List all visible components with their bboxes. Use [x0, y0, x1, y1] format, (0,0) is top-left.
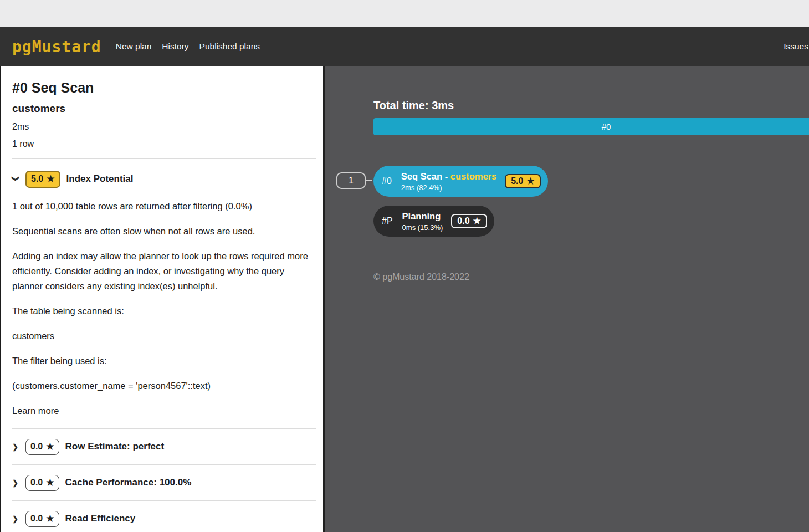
node-operation-name: Seq Scan - customers — [401, 171, 496, 182]
node-operation-name: Planning — [402, 211, 443, 222]
row-count-label: 1 — [349, 176, 354, 186]
plan-node-row: #P Planning 0ms (15.3%) 0.0 ★ — [373, 206, 809, 237]
tip-title: Row Estimate: perfect — [65, 441, 165, 452]
copyright-footer: © pgMustard 2018-2022 — [373, 272, 809, 282]
nav-item-issues[interactable]: Issues — [784, 42, 809, 52]
tip-header-cache-performance[interactable]: ❯ 0.0 ★ Cache Performance: 100.0% — [12, 465, 313, 500]
window-background-strip — [0, 0, 809, 27]
node-table-name: customers — [450, 171, 496, 181]
tip-paragraph: The table being scanned is: — [12, 304, 311, 319]
node-score-badge: 5.0 ★ — [505, 174, 541, 188]
total-time-label: Total time: 3ms — [373, 99, 809, 112]
learn-more-link[interactable]: Learn more — [12, 403, 59, 418]
tip-title: Index Potential — [66, 173, 134, 185]
node-table-name: customers — [12, 102, 313, 115]
chevron-right-icon: ❯ — [12, 443, 19, 451]
node-time: 2ms — [12, 121, 313, 132]
chevron-right-icon: ❯ — [12, 515, 19, 523]
score-badge: 0.0 ★ — [25, 439, 59, 455]
tip-header-read-efficiency[interactable]: ❯ 0.0 ★ Read Efficiency — [12, 501, 313, 532]
tip-filter-expression: (customers.customer_name = 'person4567':… — [12, 378, 311, 393]
node-row-count: 1 row — [12, 138, 313, 150]
tip-scanned-table: customers — [12, 329, 311, 344]
score-value: 0.0 — [30, 440, 43, 453]
node-stats: 2ms (82.4%) — [401, 183, 496, 192]
score-badge: 0.0 ★ — [25, 475, 59, 491]
node-text: Planning 0ms (15.3%) — [402, 211, 443, 232]
pgmustard-logo[interactable]: pgMustard — [12, 38, 101, 56]
chevron-down-icon: ❯ — [12, 176, 20, 183]
score-value: 5.0 — [511, 176, 523, 186]
divider — [12, 158, 316, 159]
score-value: 5.0 — [31, 172, 43, 186]
nav-item-history[interactable]: History — [162, 42, 188, 52]
timeline-bar-label: #0 — [602, 122, 611, 131]
plan-node-planning[interactable]: #P Planning 0ms (15.3%) 0.0 ★ — [373, 206, 494, 237]
score-value: 0.0 — [457, 216, 469, 226]
star-icon: ★ — [526, 176, 534, 186]
chevron-right-icon: ❯ — [12, 479, 19, 487]
tip-paragraph: 1 out of 10,000 table rows are returned … — [12, 199, 311, 214]
timeline-bar-segment-0[interactable]: #0 — [373, 118, 809, 135]
navbar: pgMustard New plan History Published pla… — [0, 27, 809, 66]
plan-node-seq-scan[interactable]: #0 Seq Scan - customers 2ms (82.4%) 5.0 … — [373, 166, 548, 197]
plan-node-row: 1 #0 Seq Scan - customers 2ms (82.4%) 5.… — [373, 166, 809, 197]
tip-paragraph: Sequential scans are often slow when not… — [12, 224, 311, 239]
row-count-connector: 1 — [336, 172, 366, 189]
divider — [373, 258, 809, 258]
node-text: Seq Scan - customers 2ms (82.4%) — [401, 171, 496, 192]
tip-header-row-estimate[interactable]: ❯ 0.0 ★ Row Estimate: perfect — [12, 429, 313, 464]
node-score-badge: 0.0 ★ — [451, 214, 487, 228]
node-title: #0 Seq Scan — [12, 79, 313, 96]
plan-node-tree: 1 #0 Seq Scan - customers 2ms (82.4%) 5.… — [373, 166, 809, 237]
star-icon: ★ — [47, 172, 54, 186]
star-icon: ★ — [473, 216, 481, 226]
star-icon: ★ — [46, 512, 54, 525]
tip-paragraph: Adding an index may allow the planner to… — [12, 249, 311, 294]
tip-title: Cache Performance: 100.0% — [65, 477, 192, 488]
tip-body: 1 out of 10,000 table rows are returned … — [12, 199, 313, 428]
score-badge: 0.0 ★ — [25, 511, 59, 527]
nav-item-published-plans[interactable]: Published plans — [199, 42, 260, 52]
plan-visualization-panel: Total time: 3ms #0 1 #0 Seq Scan - custo… — [325, 66, 809, 532]
tip-title: Read Efficiency — [65, 513, 136, 524]
star-icon: ★ — [46, 440, 54, 453]
node-id: #P — [382, 216, 393, 226]
score-value: 0.0 — [30, 512, 43, 525]
tip-header-index-potential[interactable]: ❯ 5.0 ★ Index Potential — [12, 170, 313, 188]
star-icon: ★ — [46, 476, 54, 489]
node-details-panel: #0 Seq Scan customers 2ms 1 row ❯ 5.0 ★ … — [0, 66, 325, 532]
nav-item-new-plan[interactable]: New plan — [116, 42, 152, 52]
main-content: #0 Seq Scan customers 2ms 1 row ❯ 5.0 ★ … — [0, 66, 809, 532]
score-value: 0.0 — [30, 476, 43, 489]
node-stats: 0ms (15.3%) — [402, 223, 443, 232]
tip-paragraph: The filter being used is: — [12, 354, 311, 369]
nav-links: New plan History Published plans — [116, 42, 260, 52]
score-badge: 5.0 ★ — [25, 171, 60, 188]
node-id: #0 — [382, 176, 392, 186]
